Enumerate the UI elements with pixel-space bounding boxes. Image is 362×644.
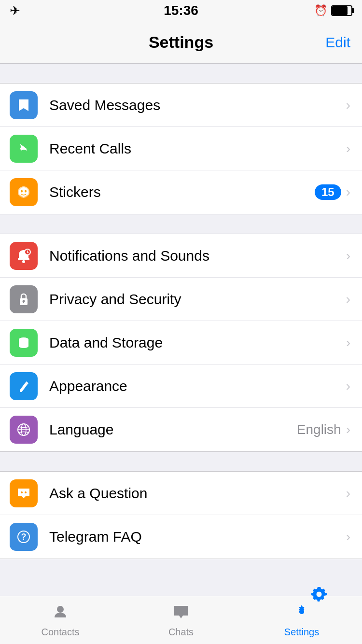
tab-bar: Contacts Chats Settings [0, 596, 362, 644]
status-bar: ✈ 15:36 ⏰ [0, 0, 362, 21]
chevron-icon: › [346, 378, 350, 394]
svg-text:?: ? [21, 532, 27, 542]
svg-point-2 [25, 190, 27, 193]
nav-header: Settings Edit [0, 21, 362, 64]
ask-question-icon [10, 479, 38, 507]
stickers-row[interactable]: Stickers 15 › [0, 170, 362, 214]
privacy-row[interactable]: Privacy and Security › [0, 278, 362, 321]
chevron-icon: › [346, 529, 350, 545]
section-gap-3 [0, 452, 362, 471]
language-value: English [297, 422, 341, 437]
status-time: 15:36 [164, 3, 198, 18]
privacy-label: Privacy and Security [49, 291, 346, 308]
faq-label: Telegram FAQ [49, 529, 346, 545]
data-storage-row[interactable]: Data and Storage › [0, 321, 362, 364]
stickers-badge: 15 [315, 184, 341, 200]
section-gap-2 [0, 214, 362, 234]
language-icon [10, 416, 38, 444]
tab-settings[interactable]: Settings [241, 603, 362, 638]
tab-chats[interactable]: Chats [121, 603, 241, 638]
tab-contacts[interactable]: Contacts [0, 603, 121, 638]
chevron-icon: › [346, 98, 350, 113]
svg-point-16 [57, 606, 64, 613]
svg-point-12 [21, 491, 23, 493]
settings-group-1: Saved Messages › Recent Calls › Stickers… [0, 83, 362, 214]
chevron-icon: › [346, 292, 350, 307]
recent-calls-label: Recent Calls [49, 140, 346, 157]
stickers-label: Stickers [49, 184, 315, 200]
language-label: Language [49, 421, 297, 438]
chevron-icon: › [346, 422, 350, 437]
chevron-icon: › [346, 248, 350, 264]
svg-point-1 [21, 190, 23, 193]
notifications-row[interactable]: Notifications and Sounds › [0, 234, 362, 278]
alarm-icon: ⏰ [314, 4, 327, 17]
chevron-icon: › [346, 184, 350, 200]
language-row[interactable]: Language English › [0, 408, 362, 451]
stickers-icon [10, 178, 38, 206]
saved-messages-row[interactable]: Saved Messages › [0, 84, 362, 127]
privacy-icon [10, 285, 38, 313]
svg-point-19 [317, 591, 322, 597]
svg-point-13 [25, 491, 27, 493]
settings-group-3: Ask a Question › ? Telegram FAQ › [0, 471, 362, 559]
chats-icon [172, 603, 190, 625]
svg-point-3 [22, 260, 25, 263]
ask-question-label: Ask a Question [49, 485, 346, 502]
saved-messages-icon [10, 91, 38, 119]
edit-button[interactable]: Edit [325, 34, 350, 51]
saved-messages-label: Saved Messages [49, 97, 346, 113]
recent-calls-row[interactable]: Recent Calls › [0, 127, 362, 170]
chevron-icon: › [346, 335, 350, 350]
chevron-icon: › [346, 141, 350, 156]
faq-row[interactable]: ? Telegram FAQ › [0, 515, 362, 559]
section-gap-top [0, 64, 362, 83]
notifications-icon [10, 242, 38, 270]
settings-tab-label: Settings [284, 627, 319, 638]
svg-rect-7 [23, 301, 24, 303]
appearance-label: Appearance [49, 378, 346, 394]
settings-group-2: Notifications and Sounds › Privacy and S… [0, 234, 362, 452]
data-storage-icon [10, 329, 38, 357]
data-storage-label: Data and Storage [49, 335, 346, 351]
status-icons: ⏰ [314, 4, 352, 17]
appearance-row[interactable]: Appearance › [0, 364, 362, 408]
notifications-label: Notifications and Sounds [49, 248, 346, 264]
contacts-icon [52, 603, 69, 625]
faq-icon: ? [10, 523, 38, 551]
page-title: Settings [149, 33, 213, 52]
battery-icon [331, 5, 352, 16]
appearance-icon [10, 372, 38, 400]
contacts-tab-label: Contacts [42, 627, 80, 638]
settings-icon [293, 603, 310, 625]
chats-tab-label: Chats [168, 627, 194, 638]
chevron-icon: › [346, 486, 350, 501]
ask-question-row[interactable]: Ask a Question › [0, 472, 362, 515]
recent-calls-icon [10, 135, 38, 163]
airplane-icon: ✈ [10, 3, 20, 18]
